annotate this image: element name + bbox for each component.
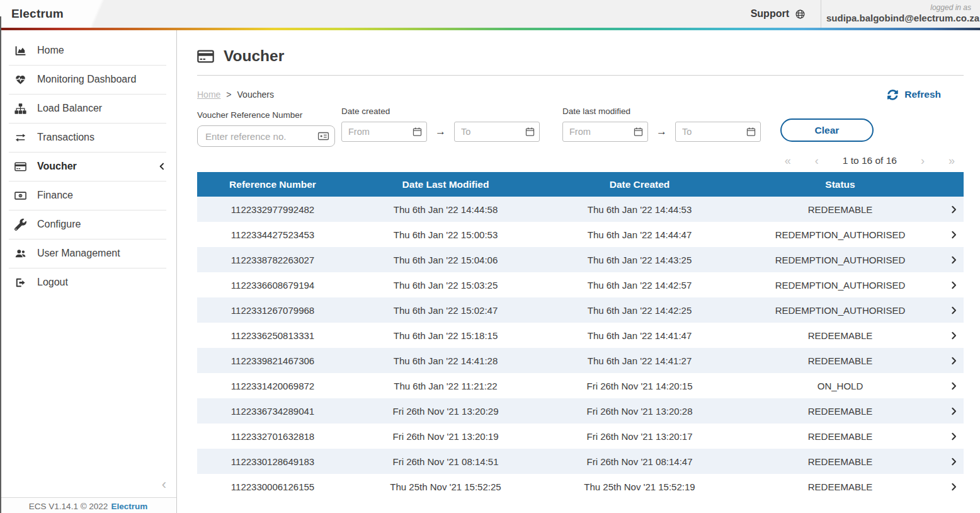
table-row[interactable]: 1122332977992482 Thu 6th Jan '22 14:44:5…: [197, 197, 964, 222]
card-icon: [317, 130, 329, 142]
row-chevron-right-icon[interactable]: [944, 432, 964, 441]
row-chevron-right-icon[interactable]: [944, 205, 964, 214]
calendar-icon[interactable]: [525, 127, 535, 137]
cell-status: REDEEMABLE: [736, 431, 944, 442]
sidebar-item-finance[interactable]: Finance: [0, 181, 176, 210]
sidebar-item-load-balancer[interactable]: Load Balancer: [0, 94, 176, 123]
sidebar-item-label: Load Balancer: [37, 103, 102, 114]
cell-reference-number: 1122338782263027: [197, 255, 348, 265]
column-header-date-last-modified: Date Last Modified: [348, 179, 543, 190]
breadcrumb: Home > Vouchers: [197, 89, 274, 100]
refresh-label: Refresh: [904, 89, 941, 100]
row-chevron-right-icon[interactable]: [944, 230, 964, 239]
sidebar-item-transactions[interactable]: Transactions: [0, 123, 176, 152]
cell-reference-number: 1122339821467306: [197, 355, 348, 366]
topbar: Electrum Support logged in as sudipa.bal…: [0, 0, 980, 28]
cell-status: REDEEMABLE: [736, 204, 944, 215]
sidebar-collapse-chevron[interactable]: ‹: [162, 478, 166, 492]
cell-status: REDEEMABLE: [736, 456, 944, 467]
breadcrumb-separator: >: [226, 89, 231, 100]
support-button[interactable]: Support: [751, 8, 806, 20]
sidebar-item-user-management[interactable]: User Management: [0, 239, 176, 268]
globe-icon: [795, 9, 806, 20]
row-chevron-right-icon[interactable]: [944, 457, 964, 466]
pagination-last-button[interactable]: »: [949, 155, 955, 166]
table-row[interactable]: 1122336734289041 Fri 26th Nov '21 13:20:…: [197, 398, 964, 424]
sidebar-item-logout[interactable]: Logout: [0, 268, 176, 297]
app-window: Electrum Support logged in as sudipa.bal…: [0, 0, 980, 513]
row-chevron-right-icon[interactable]: [944, 356, 964, 366]
calendar-icon[interactable]: [633, 127, 644, 137]
cell-reference-number: 1122331420069872: [197, 381, 348, 391]
table-row[interactable]: 1122331420069872 Thu 6th Jan '22 11:21:2…: [197, 373, 964, 398]
sidebar-footer: ECS V1.14.1 © 2022 Electrum: [0, 497, 176, 513]
sidebar-item-label: User Management: [37, 248, 120, 259]
sidebar-item-voucher[interactable]: Voucher: [0, 152, 176, 181]
refresh-button[interactable]: Refresh: [887, 89, 941, 100]
sitemap-icon: [13, 103, 28, 115]
main-content: Voucher Home > Vouchers Refresh Voucher …: [177, 30, 980, 513]
money-bill-icon: [13, 190, 28, 202]
chevron-left-icon[interactable]: [157, 162, 166, 171]
cell-date-last-modified: Thu 6th Jan '22 14:44:58: [348, 204, 543, 215]
cell-date-created: Thu 6th Jan '22 14:42:57: [543, 280, 736, 291]
cell-reference-number: 1122331267079968: [197, 305, 348, 316]
clear-button[interactable]: Clear: [780, 118, 874, 142]
table-row[interactable]: 1122336608679194 Thu 6th Jan '22 15:03:2…: [197, 272, 964, 297]
row-chevron-right-icon[interactable]: [944, 381, 964, 391]
reference-filter-label: Voucher Reference Number: [197, 110, 335, 120]
sidebar-item-home[interactable]: Home: [0, 36, 176, 65]
table-row[interactable]: 1122330006126155 Thu 25th Nov '21 15:52:…: [197, 474, 964, 499]
cell-date-created: Fri 26th Nov '21 13:20:28: [543, 406, 736, 417]
breadcrumb-home-link[interactable]: Home: [197, 89, 220, 100]
cell-date-created: Fri 26th Nov '21 14:20:15: [543, 381, 736, 391]
reference-input[interactable]: [197, 125, 335, 147]
pagination-next-button[interactable]: ›: [921, 155, 925, 166]
pagination-range-label: 1 to 16 of 16: [843, 155, 897, 166]
row-chevron-right-icon[interactable]: [944, 482, 964, 492]
row-chevron-right-icon[interactable]: [944, 280, 964, 290]
row-chevron-right-icon[interactable]: [944, 331, 964, 340]
pagination-first-button[interactable]: «: [785, 155, 791, 166]
table-row[interactable]: 1122338782263027 Thu 6th Jan '22 15:04:0…: [197, 247, 964, 272]
sidebar-item-label: Finance: [37, 190, 73, 201]
voucher-table: Reference Number Date Last Modified Date…: [197, 172, 964, 499]
row-chevron-right-icon[interactable]: [944, 406, 964, 416]
cell-date-last-modified: Thu 6th Jan '22 15:18:15: [348, 330, 543, 341]
footer-brand-link[interactable]: Electrum: [111, 502, 147, 513]
window-left-edge: [0, 16, 1, 513]
cell-status: ON_HOLD: [736, 381, 944, 391]
sidebar-item-configure[interactable]: Configure: [0, 210, 176, 239]
cell-date-created: Thu 6th Jan '22 14:43:25: [543, 255, 736, 265]
cell-date-last-modified: Fri 26th Nov '21 13:20:19: [348, 431, 543, 442]
table-row[interactable]: 1122332701632818 Fri 26th Nov '21 13:20:…: [197, 424, 964, 449]
sidebar-item-label: Monitoring Dashboard: [37, 74, 136, 85]
cell-status: REDEMPTION_AUTHORISED: [736, 255, 944, 265]
user-email: sudipa.balgobind@electrum.co.za: [826, 13, 971, 25]
cell-status: REDEMPTION_AUTHORISED: [736, 280, 944, 291]
cell-date-created: Fri 26th Nov '21 08:14:47: [543, 456, 736, 467]
table-row[interactable]: 1122331267079968 Thu 6th Jan '22 15:02:4…: [197, 297, 964, 323]
sidebar-item-monitoring-dashboard[interactable]: Monitoring Dashboard: [0, 65, 176, 94]
pagination-prev-button[interactable]: ‹: [815, 155, 819, 166]
sidebar-item-label: Logout: [37, 277, 68, 288]
cell-date-last-modified: Fri 26th Nov '21 08:14:51: [348, 456, 543, 467]
table-row[interactable]: 1122330128649183 Fri 26th Nov '21 08:14:…: [197, 449, 964, 474]
heartbeat-icon: [13, 74, 28, 86]
cell-reference-number: 1122330128649183: [197, 456, 348, 467]
row-chevron-right-icon[interactable]: [944, 306, 964, 315]
breadcrumb-current: Vouchers: [237, 89, 274, 100]
column-header-date-created: Date Created: [543, 179, 736, 190]
cell-date-last-modified: Thu 6th Jan '22 14:41:28: [348, 355, 543, 366]
calendar-icon[interactable]: [412, 127, 423, 137]
table-row[interactable]: 1122339821467306 Thu 6th Jan '22 14:41:2…: [197, 348, 964, 373]
pagination: « ‹ 1 to 16 of 16 › »: [197, 155, 964, 166]
voucher-card-icon: [197, 48, 214, 65]
table-row[interactable]: 1122334427523453 Thu 6th Jan '22 15:00:5…: [197, 222, 964, 247]
row-chevron-right-icon[interactable]: [944, 255, 964, 265]
cell-reference-number: 1122332701632818: [197, 431, 348, 442]
calendar-icon[interactable]: [746, 127, 756, 137]
sidebar-item-label: Voucher: [37, 161, 77, 172]
sidebar-item-label: Configure: [37, 219, 81, 230]
table-row[interactable]: 1122336250813331 Thu 6th Jan '22 15:18:1…: [197, 323, 964, 348]
